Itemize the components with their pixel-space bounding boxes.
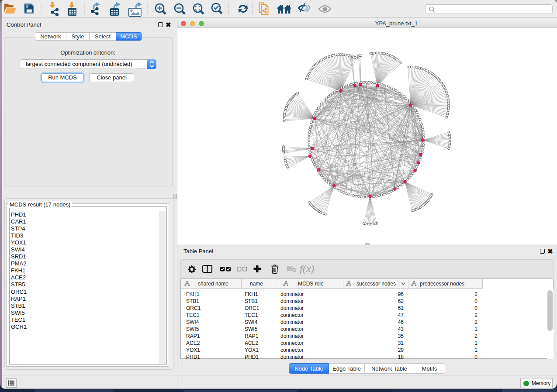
svg-text:f(x): f(x) [300,263,314,274]
